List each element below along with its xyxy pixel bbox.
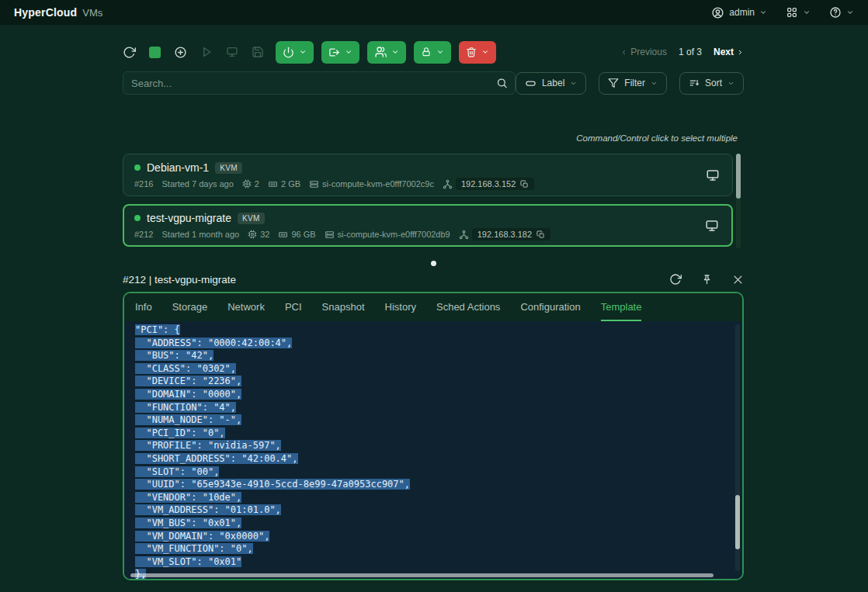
topbar: HyperCloud VMs admin — [0, 0, 868, 25]
vm-ip: 192.168.3.182 — [477, 230, 532, 239]
search-icon — [496, 78, 508, 89]
user-name: admin — [729, 7, 755, 18]
previous-page-button[interactable]: Previous — [620, 47, 667, 57]
vm-card[interactable]: Debian-vm-1 KVM #216 Started 7 days ago … — [123, 154, 733, 196]
vm-started: Started 7 days ago — [161, 179, 233, 189]
vnc-console-button[interactable] — [706, 168, 720, 182]
grid-icon — [786, 6, 798, 19]
console-button[interactable] — [226, 46, 238, 58]
vm-list-scrollbar[interactable] — [736, 154, 741, 248]
vm-started: Started 1 month ago — [161, 230, 239, 239]
code-line: "DOMAIN": "0000", — [135, 388, 742, 401]
pin-button[interactable] — [701, 274, 713, 286]
ownership-actions-dropdown[interactable] — [367, 41, 406, 64]
play-button[interactable] — [200, 46, 213, 58]
select-all-checkbox[interactable] — [149, 47, 161, 58]
tab-storage[interactable]: Storage — [172, 293, 208, 321]
detail-tabbar: Info Storage Network PCI Snapshot Histor… — [124, 293, 742, 321]
chevron-down-icon — [436, 48, 444, 56]
save-button[interactable] — [252, 46, 264, 58]
vm-detail-panel: Info Storage Network PCI Snapshot Histor… — [123, 292, 744, 580]
code-line: "VENDOR": "10de", — [135, 491, 742, 504]
code-line: "ADDRESS": "0000:42:00:4", — [135, 337, 742, 350]
vm-card-selected[interactable]: test-vgpu-migrate KVM #212 Started 1 mon… — [123, 204, 733, 247]
tab-configuration[interactable]: Configuration — [520, 293, 580, 321]
chevron-down-icon — [651, 80, 658, 87]
vm-cpu: 2 — [255, 179, 259, 189]
carousel-indicator — [123, 255, 744, 269]
network-icon — [459, 230, 469, 240]
carousel-dot[interactable] — [431, 261, 436, 266]
filter-button[interactable]: Filter — [599, 72, 667, 95]
memory-icon — [268, 179, 278, 189]
tab-snapshot[interactable]: Snapshot — [322, 293, 365, 321]
code-line: "VM_FUNCTION": "0", — [135, 542, 742, 556]
vm-host: si-compute-kvm-e0fff7002db9 — [338, 230, 450, 239]
lock-icon — [421, 47, 432, 57]
vnc-console-button[interactable] — [705, 219, 719, 233]
tab-template[interactable]: Template — [601, 293, 642, 321]
terminate-actions-dropdown[interactable] — [459, 41, 496, 64]
network-icon — [443, 179, 453, 189]
lock-actions-dropdown[interactable] — [414, 41, 451, 64]
code-horizontal-scrollbar-thumb[interactable] — [130, 573, 713, 577]
chevron-down-icon — [481, 48, 489, 56]
next-page-button[interactable]: Next — [713, 47, 744, 57]
vm-memory: 2 GB — [281, 179, 300, 189]
chevron-down-icon — [345, 48, 352, 56]
power-actions-dropdown[interactable] — [276, 41, 314, 64]
apps-menu[interactable] — [786, 6, 811, 19]
pagination: Previous 1 of 3 Next — [620, 47, 744, 57]
tab-sched-actions[interactable]: Sched Actions — [436, 293, 500, 321]
migrate-icon — [328, 47, 340, 58]
chevron-down-icon — [391, 48, 399, 56]
tab-info[interactable]: Info — [135, 293, 152, 321]
vm-id: #212 — [134, 230, 153, 239]
help-menu[interactable] — [829, 6, 854, 19]
power-icon — [283, 47, 294, 58]
vm-list: Debian-vm-1 KVM #216 Started 7 days ago … — [123, 154, 733, 254]
code-vertical-scrollbar-thumb[interactable] — [735, 495, 740, 549]
chevron-left-icon — [620, 49, 627, 56]
users-icon — [374, 46, 387, 58]
code-line: "BUS": "42", — [135, 349, 742, 362]
sort-button[interactable]: Sort — [679, 72, 744, 95]
chevron-down-icon — [727, 80, 734, 87]
user-menu[interactable]: admin — [711, 6, 767, 19]
create-vm-button[interactable] — [174, 46, 187, 59]
tab-history[interactable]: History — [385, 293, 416, 321]
search-row: Label Filter Sort — [123, 71, 744, 95]
vm-cpu: 32 — [260, 230, 269, 239]
label-filter-button[interactable]: Label — [516, 72, 586, 95]
code-line: "UUID": "65e9343e-4910-5ccd-8e99-47a0953… — [135, 478, 742, 491]
code-line: "DEVICE": "2236", — [135, 375, 742, 388]
code-horizontal-scrollbar[interactable] — [130, 573, 731, 577]
detail-refresh-button[interactable] — [669, 273, 682, 286]
vm-ip-chip: 192.168.3.182 — [472, 228, 550, 241]
refresh-button[interactable] — [123, 46, 136, 59]
vm-list-scrollbar-thumb[interactable] — [736, 154, 741, 199]
close-icon[interactable] — [732, 274, 744, 286]
template-code: "PCI": { "ADDRESS": "0000:42:00:4", "BUS… — [124, 321, 742, 579]
chevron-right-icon — [737, 49, 744, 56]
tab-pci[interactable]: PCI — [285, 293, 302, 321]
code-line: "PCI": { — [135, 324, 742, 337]
vm-memory: 96 GB — [291, 230, 315, 239]
vm-host: si-compute-kvm-e0fff7002c9c — [322, 179, 434, 189]
code-line: "VM_SLOT": "0x01" — [135, 556, 742, 569]
tab-network[interactable]: Network — [227, 293, 265, 321]
cpu-icon — [248, 230, 257, 239]
vm-status-dot — [134, 215, 141, 221]
multi-select-hint: Command/Control click to select multiple — [123, 133, 738, 143]
code-vertical-scrollbar[interactable] — [735, 324, 740, 571]
copy-icon[interactable] — [536, 230, 545, 239]
vm-name: test-vgpu-migrate — [147, 212, 231, 224]
copy-icon[interactable] — [520, 180, 529, 189]
detail-header: #212 | test-vgpu-migrate — [123, 270, 744, 289]
chevron-down-icon — [759, 9, 767, 16]
migrate-actions-dropdown[interactable] — [321, 41, 359, 64]
search-input[interactable] — [123, 78, 515, 89]
hypervisor-badge: KVM — [215, 162, 242, 174]
sort-icon — [689, 78, 700, 88]
vm-ip-chip: 192.168.3.152 — [456, 178, 534, 190]
